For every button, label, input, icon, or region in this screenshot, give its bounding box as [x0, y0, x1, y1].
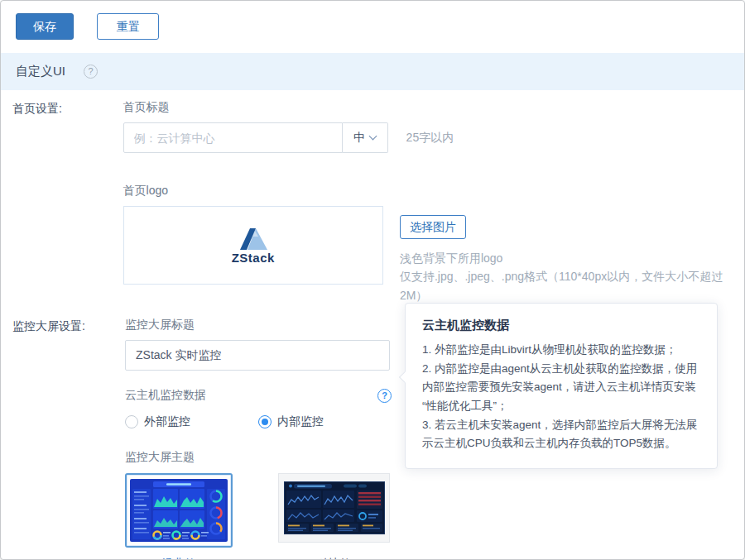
logo-hint-1: 浅色背景下所用logo	[400, 249, 744, 267]
radio-internal-monitor[interactable]: 内部监控	[258, 414, 392, 429]
custom-ui-settings-page: 保存 重置 自定义UI ? 首页设置: 首页标题 中 25字以内 首页logo	[0, 0, 745, 560]
help-icon[interactable]: ?	[84, 65, 98, 79]
screen-title-input[interactable]	[125, 340, 390, 371]
theme-card-tech[interactable]	[278, 473, 390, 543]
homepage-title-input-line: 中 25字以内	[123, 122, 744, 153]
theme-name-classic[interactable]: 经典款	[125, 557, 233, 560]
logo-side-panel: 选择图片 浅色背景下所用logo 仅支持.jpg、.jpeg、.png格式（11…	[400, 206, 744, 304]
radio-external-label: 外部监控	[144, 414, 190, 429]
radio-circle-icon	[258, 415, 272, 428]
tooltip-line-1: 1. 外部监控是由Libvirt从物理机处获取的监控数据；	[422, 341, 700, 360]
reset-button[interactable]: 重置	[97, 13, 159, 40]
choose-image-button[interactable]: 选择图片	[400, 215, 466, 239]
theme-card-list	[125, 473, 392, 548]
tooltip-line-3: 3. 若云主机未安装agent，选择内部监控后大屏将无法展示云主机CPU负载和云…	[422, 416, 700, 453]
vm-monitor-radio-group: 外部监控 内部监控	[125, 414, 392, 429]
page-title: 自定义UI	[16, 64, 65, 79]
logo-hint-2: 仅支持.jpg、.jpeg、.png格式（110*40px以内，文件大小不超过2…	[400, 267, 744, 304]
vm-monitor-data-label: 云主机监控数据	[125, 388, 206, 403]
zstack-logo-icon	[238, 227, 268, 250]
radio-circle-icon	[125, 415, 138, 428]
tooltip-line-2: 2. 内部监控是由agent从云主机处获取的监控数据，使用内部监控需要预先安装a…	[422, 360, 700, 416]
radio-internal-label: 内部监控	[277, 414, 324, 429]
homepage-settings-row: 首页设置: 首页标题 中 25字以内 首页logo	[12, 100, 744, 304]
title-size-select[interactable]: 中	[343, 122, 388, 153]
theme-name-row: 经典款 科技款	[125, 557, 392, 560]
monitor-form: 监控大屏标题 云主机监控数据 ? 外部监控 内部监控 监控大	[125, 318, 392, 560]
homepage-form: 首页标题 中 25字以内 首页logo	[123, 100, 744, 304]
homepage-title-input[interactable]	[123, 122, 343, 153]
monitor-group-label: 监控大屏设置:	[12, 318, 125, 560]
screen-title-label: 监控大屏标题	[125, 318, 392, 333]
zstack-logo-text: ZStack	[232, 251, 275, 265]
screen-theme-label: 监控大屏主题	[125, 450, 392, 465]
theme-card-classic[interactable]	[125, 473, 233, 548]
save-button[interactable]: 保存	[16, 13, 74, 40]
vm-monitor-help-icon[interactable]: ?	[377, 389, 392, 403]
homepage-logo-label: 首页logo	[123, 184, 744, 199]
theme-name-tech: 科技款	[278, 557, 390, 560]
vm-monitor-help-tooltip: 云主机监控数据 1. 外部监控是由Libvirt从物理机处获取的监控数据； 2.…	[405, 303, 718, 469]
homepage-title-label: 首页标题	[123, 100, 744, 115]
title-length-hint: 25字以内	[406, 131, 454, 146]
tooltip-title: 云主机监控数据	[422, 318, 700, 333]
chevron-down-icon	[369, 132, 377, 141]
tech-theme-thumbnail	[284, 481, 385, 534]
title-size-value: 中	[353, 131, 365, 146]
logo-row: ZStack 选择图片 浅色背景下所用logo 仅支持.jpg、.jpeg、.p…	[123, 206, 744, 304]
homepage-group-label: 首页设置:	[12, 100, 123, 304]
action-toolbar: 保存 重置	[1, 1, 744, 53]
logo-preview-box: ZStack	[123, 206, 383, 285]
radio-external-monitor[interactable]: 外部监控	[125, 414, 258, 429]
vm-monitor-data-row: 云主机监控数据 ?	[125, 388, 392, 403]
zstack-logo: ZStack	[232, 227, 275, 265]
classic-theme-thumbnail	[130, 479, 228, 542]
section-header: 自定义UI ?	[1, 53, 744, 90]
